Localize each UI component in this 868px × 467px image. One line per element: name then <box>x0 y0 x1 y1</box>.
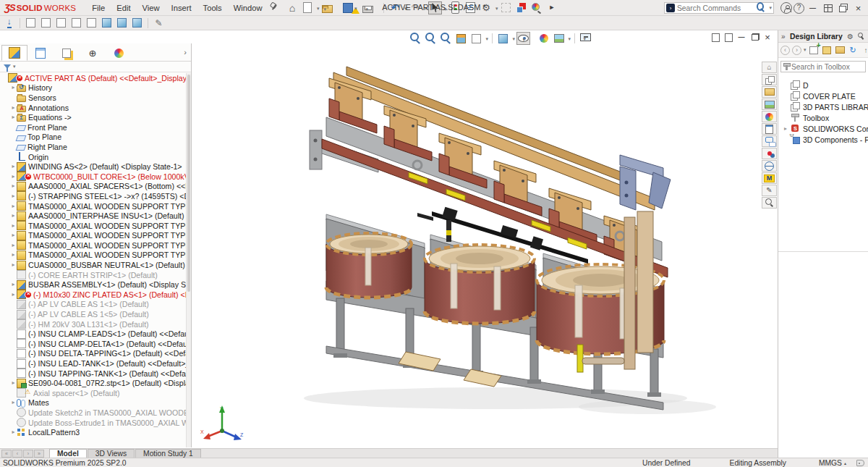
save-icon[interactable] <box>341 1 354 14</box>
expander-arrow-icon[interactable] <box>10 292 17 298</box>
close-icon[interactable]: × <box>851 1 865 14</box>
tree-item[interactable]: Update Sketch2 in TMAS0000_AXIAL WOODEN … <box>0 408 186 418</box>
orientation-triad[interactable]: Y X Z <box>200 403 244 443</box>
edit-appearance-icon[interactable] <box>537 32 550 45</box>
outline-cube-icon[interactable] <box>85 17 98 30</box>
appearance-swatch-icon[interactable] <box>514 1 528 14</box>
tree-item[interactable]: Update Boss-Extrude1 in TMAS0000_AXIAL W… <box>0 418 186 428</box>
tree-item[interactable]: Front Plane <box>0 122 186 132</box>
menu-item[interactable]: Tools <box>197 2 228 14</box>
tile-window-icon[interactable] <box>821 1 835 14</box>
tab-markup-tools[interactable]: ✎ <box>762 185 777 196</box>
doc-close-icon[interactable]: × <box>762 32 773 43</box>
sheet-nav-button[interactable]: « <box>1 450 12 458</box>
units-caret-icon[interactable]: ▴ <box>844 460 846 466</box>
tab-design-library[interactable] <box>762 74 777 85</box>
menu-item[interactable]: Insert <box>166 2 197 14</box>
tag-icon[interactable] <box>856 460 864 466</box>
tab-configuration-manager[interactable] <box>54 45 80 61</box>
doc-restore-icon[interactable] <box>749 32 760 43</box>
tree-item[interactable]: LocalLPattern3 <box>0 427 186 437</box>
print-icon[interactable] <box>361 1 375 14</box>
3d-model[interactable] <box>192 30 778 448</box>
menu-item[interactable]: Edit <box>111 2 136 14</box>
menu-item[interactable]: Window <box>228 2 268 14</box>
search-magnifier-icon[interactable] <box>757 4 767 13</box>
expander-arrow-icon[interactable] <box>10 213 17 219</box>
tree-item[interactable]: AAAS0000_AXIAL SPACERS<1> (Bottom) <<Def… <box>0 182 186 192</box>
expander-arrow-icon[interactable] <box>10 429 17 435</box>
graphics-viewport[interactable]: —× Y X Z <box>192 30 778 448</box>
tab-appearances-scenes[interactable] <box>762 111 777 122</box>
expander-arrow-icon[interactable] <box>10 380 17 386</box>
expander-arrow-icon[interactable] <box>10 105 17 111</box>
wireframe-cube-icon[interactable] <box>24 17 38 30</box>
library-item[interactable]: 3D Components - PartSupp <box>778 134 868 145</box>
sheet-nav-button[interactable]: » <box>34 450 44 458</box>
sheet-nav-button[interactable]: ‹ <box>12 450 22 458</box>
open-icon[interactable] <box>320 1 334 14</box>
tree-item[interactable]: (-) INSU CLAMP-DELTA<1> (Default) <<Defa… <box>0 339 186 349</box>
add-file-location-icon[interactable] <box>822 45 833 56</box>
back-icon[interactable]: ‹ <box>780 46 790 55</box>
library-item[interactable]: Toolbox <box>778 112 868 123</box>
forward-icon[interactable]: › <box>792 46 801 55</box>
minimize-icon[interactable]: — <box>806 1 820 14</box>
tree-item[interactable]: (-) INSU DELTA-TAPPING<1> (Default) <<De… <box>0 349 186 359</box>
search-commands-box[interactable]: › ▾ <box>664 2 774 14</box>
shaded-cube-icon[interactable] <box>100 17 114 30</box>
toolbox-search-input[interactable] <box>791 63 864 71</box>
search-assistant-icon[interactable] <box>529 1 543 14</box>
tree-item[interactable]: ACTIVE PART AS (Default) <<Default>_Disp… <box>0 73 186 83</box>
tree-item[interactable]: (-) INSU LEAD-TANK<1> (Default) <<Defaul… <box>0 358 186 369</box>
tab-user-portal[interactable] <box>762 148 777 159</box>
tree-item[interactable]: (-) CORE EARTH STRIP<1> (Default) <box>0 270 186 280</box>
tab-custom-properties[interactable] <box>762 123 777 135</box>
new-window-icon[interactable] <box>710 32 721 43</box>
textured-cube-icon[interactable] <box>130 17 144 30</box>
tab-view-palette[interactable] <box>762 98 777 110</box>
hide-show-items-icon[interactable] <box>516 32 530 45</box>
tree-item[interactable]: Origin <box>0 152 186 162</box>
doc-minimize-icon[interactable]: — <box>736 32 747 43</box>
options-gear-icon[interactable]: ⚙ <box>847 33 854 41</box>
search-caret-icon[interactable]: ▾ <box>769 5 772 11</box>
add-to-library-icon[interactable] <box>809 45 820 56</box>
expander-arrow-icon[interactable] <box>10 174 17 180</box>
tree-item[interactable]: TMAS0000_AXIAL WOODEN SUPPORT TYPE 1<1> … <box>0 221 186 231</box>
tab-file-explorer[interactable] <box>762 86 777 98</box>
search-commands-input[interactable] <box>677 4 754 12</box>
tab-featuremanager-tree[interactable] <box>1 45 27 61</box>
user-account-icon[interactable] <box>780 2 792 14</box>
tree-item[interactable]: TMAS0000_AXIAL WOODEN SUPPORT TYPE 2<1> … <box>0 201 186 211</box>
tree-item[interactable]: SE090-04-0081_07R2.stp<1> (Default) <Dis… <box>0 378 186 388</box>
restore-icon[interactable] <box>836 1 850 14</box>
sheet-nav-button[interactable]: › <box>23 450 33 458</box>
previous-view-icon[interactable] <box>439 32 453 45</box>
expander-arrow-icon[interactable] <box>10 203 17 209</box>
filter-funnel-icon[interactable] <box>4 64 11 69</box>
expander-arrow-icon[interactable] <box>10 164 17 169</box>
expander-arrow-icon[interactable] <box>10 282 17 287</box>
tree-item[interactable]: (-) HM 20kV 30A L131<1> (Default) <box>0 319 186 329</box>
new-document-icon[interactable] <box>300 1 314 14</box>
tree-item[interactable]: History <box>0 83 186 93</box>
tree-item[interactable]: AAAS0000_INTERPHASE INSU<1> (Default) <<… <box>0 211 186 221</box>
expander-arrow-icon[interactable] <box>10 193 17 199</box>
view-orientation-icon[interactable] <box>469 32 483 45</box>
shaded-with-edges-cube-icon[interactable] <box>115 17 129 30</box>
tree-item[interactable]: TMAS0000_AXIAL WOODEN SUPPORT TYPE 1<6> … <box>0 251 186 261</box>
expander-arrow-icon[interactable] <box>10 400 17 405</box>
tree-item[interactable]: Equations -> <box>0 112 186 122</box>
sheet-tab[interactable]: Motion Study 1 <box>135 449 201 458</box>
sheet-tab[interactable]: 3D Views <box>88 449 135 458</box>
expander-arrow-icon[interactable] <box>10 232 17 238</box>
apply-scene-icon[interactable] <box>552 32 566 45</box>
tree-item[interactable]: (-) AP LV CABLE AS 1<1> (Default) <box>0 300 186 310</box>
tree-item[interactable]: WTBC0000_BUILT CORE<1> (Below 1000kVA) <… <box>0 172 186 182</box>
expander-arrow-icon[interactable] <box>10 183 17 189</box>
flyout-arrow-icon[interactable]: › <box>184 48 187 56</box>
tab-solidworks-forum[interactable] <box>762 135 777 147</box>
display-style-icon[interactable] <box>496 32 510 45</box>
pin-menu-icon[interactable] <box>269 3 279 13</box>
